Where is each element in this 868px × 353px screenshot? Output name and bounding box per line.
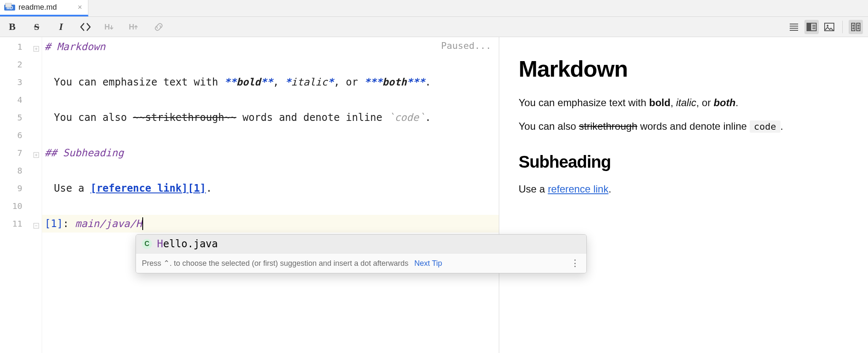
heading-up-button[interactable]: H (127, 20, 141, 34)
bold-button[interactable]: B (5, 20, 19, 34)
code-line[interactable]: You can also ~~strikethrough~~ words and… (42, 109, 499, 126)
line-number: 1 (0, 38, 42, 56)
code-line[interactable] (42, 197, 499, 215)
preview-paragraph: Use a reference link. (519, 183, 849, 195)
autocomplete-match: H (157, 238, 163, 250)
status-paused: Paused... (441, 40, 491, 51)
svg-text:H: H (104, 23, 110, 31)
view-editor-only-button[interactable] (787, 20, 801, 34)
markdown-file-icon: MD (4, 3, 15, 12)
gutter: 1 2 3 4 5 6 7 8 9 10 11 (0, 37, 42, 353)
code-area[interactable]: Paused... # Markdown You can emphasize t… (42, 37, 499, 353)
line-number: 5 (0, 109, 42, 126)
tab-strip: MD readme.md × (0, 0, 868, 17)
autocomplete-item[interactable]: C Hello.java (136, 235, 586, 253)
svg-rect-5 (807, 23, 816, 31)
fold-icon[interactable] (33, 221, 39, 227)
italic-button[interactable]: I (54, 20, 68, 34)
next-tip-link[interactable]: Next Tip (414, 259, 442, 268)
svg-point-8 (827, 24, 828, 26)
code-line[interactable] (42, 126, 499, 144)
code-line[interactable] (42, 162, 499, 179)
svg-rect-2 (5, 3, 11, 7)
autocomplete-rest: ello.java (163, 238, 218, 250)
line-number: 3 (0, 73, 42, 91)
line-number: 10 (0, 197, 42, 215)
code-line[interactable]: # Markdown (42, 38, 499, 56)
preview-paragraph: You can emphasize text with bold, italic… (519, 97, 849, 109)
line-number: 7 (0, 144, 42, 162)
line-number: 9 (0, 179, 42, 197)
strikethrough-button[interactable]: S (29, 20, 44, 34)
tab-filename: readme.md (19, 3, 57, 12)
view-split-button[interactable] (804, 20, 819, 34)
fold-icon[interactable] (33, 44, 39, 50)
preview-pane: Markdown You can emphasize text with bol… (499, 37, 868, 353)
svg-rect-10 (857, 23, 860, 31)
code-line[interactable]: Use a [reference link][1]. (42, 179, 499, 197)
preview-link[interactable]: reference link (548, 183, 608, 195)
svg-text:H: H (129, 23, 134, 31)
code-line[interactable]: ## Subheading (42, 144, 499, 162)
class-icon: C (142, 239, 152, 249)
preview-h2: Subheading (519, 152, 849, 171)
line-number: 4 (0, 91, 42, 109)
text-caret (142, 217, 143, 230)
svg-rect-9 (852, 23, 855, 31)
close-tab-icon[interactable]: × (77, 3, 82, 12)
more-options-icon[interactable]: ⋮ (570, 258, 580, 269)
tab-readme[interactable]: MD readme.md × (0, 0, 88, 16)
autocomplete-hint: Press ⌃. to choose the selected (or firs… (136, 253, 586, 273)
line-number: 6 (0, 126, 42, 144)
code-line[interactable]: You can emphasize text with **bold**, *i… (42, 73, 499, 91)
sync-scroll-button[interactable] (849, 20, 863, 34)
preview-h1: Markdown (519, 56, 849, 82)
svg-rect-7 (825, 23, 834, 31)
code-line[interactable] (42, 91, 499, 109)
code-button[interactable] (78, 20, 93, 34)
fold-icon[interactable] (33, 150, 39, 156)
heading-down-button[interactable]: H (103, 20, 117, 34)
toolbar-separator (842, 21, 843, 33)
editor-body: 1 2 3 4 5 6 7 8 9 10 11 Paused... # Mark… (0, 37, 868, 353)
preview-paragraph: You can also strikethrough words and den… (519, 120, 849, 132)
code-line[interactable] (42, 56, 499, 73)
line-number: 11 (0, 215, 42, 233)
toolbar: B S I H H (0, 17, 868, 37)
editor-pane: 1 2 3 4 5 6 7 8 9 10 11 Paused... # Mark… (0, 37, 499, 353)
svg-rect-6 (807, 23, 811, 31)
line-number: 8 (0, 162, 42, 179)
line-number: 2 (0, 56, 42, 73)
code-line-current[interactable]: [1]: main/java/H (42, 215, 499, 233)
link-button[interactable] (152, 20, 166, 34)
autocomplete-hint-text: Press ⌃. to choose the selected (or firs… (142, 259, 408, 268)
autocomplete-popup: C Hello.java Press ⌃. to choose the sele… (136, 234, 587, 273)
view-preview-only-button[interactable] (822, 20, 836, 34)
